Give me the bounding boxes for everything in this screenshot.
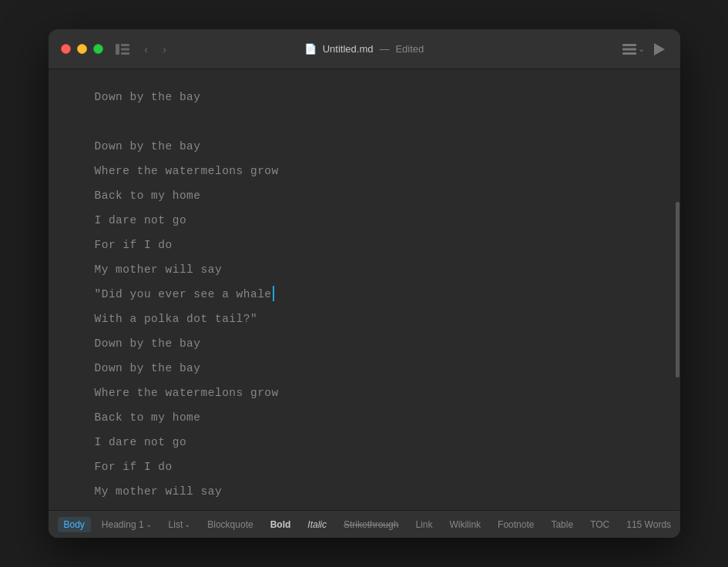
svg-marker-7	[654, 43, 665, 55]
statusbar: Body Heading 1 ⌄ List ⌄ Blockquote Bold …	[49, 510, 680, 538]
scrollbar-thumb[interactable]	[676, 202, 679, 378]
editor-line-15: I dare not go	[95, 430, 649, 455]
editor-line-3: Down by the bay	[95, 134, 649, 159]
blockquote-format-button[interactable]: Blockquote	[201, 517, 259, 532]
toolbar-right: ⌄	[622, 41, 668, 58]
list-label: List	[169, 519, 183, 530]
filename: Untitled.md	[323, 43, 374, 55]
list-format-button[interactable]: List ⌄	[163, 517, 197, 532]
scrollbar[interactable]	[674, 69, 680, 510]
link-format-button[interactable]: Link	[409, 517, 438, 532]
heading-chevron-icon: ⌄	[146, 520, 152, 528]
body-format-button[interactable]: Body	[58, 517, 91, 532]
list-chevron-icon: ⌄	[184, 520, 190, 528]
edited-label: Edited	[395, 43, 424, 55]
maximize-button[interactable]	[93, 44, 103, 54]
wikilink-format-button[interactable]: Wikilink	[443, 517, 487, 532]
editor-line-empty	[95, 109, 649, 134]
svg-rect-5	[622, 48, 636, 50]
editor-line-12: Down by the bay	[95, 356, 649, 381]
word-count[interactable]: 115 Words	[620, 517, 677, 532]
play-button[interactable]	[651, 41, 668, 58]
word-count-area: 115 Words ⌄	[620, 517, 679, 532]
text-cursor	[273, 286, 274, 301]
forward-arrow[interactable]: ›	[157, 42, 173, 57]
editor-line-4: Where the watermelons grow	[95, 159, 649, 183]
svg-rect-3	[121, 52, 129, 55]
title-area: 📄 Untitled.md — Edited	[304, 43, 424, 55]
editor-line-1: Down by the bay	[95, 85, 649, 109]
toc-format-button[interactable]: TOC	[584, 517, 616, 532]
close-button[interactable]	[61, 44, 71, 54]
editor-area[interactable]: Down by the bay Down by the bay Where th…	[49, 69, 680, 510]
editor-line-6: I dare not go	[95, 208, 649, 233]
table-format-button[interactable]: Table	[545, 517, 579, 532]
editor-line-13: Where the watermelons grow	[95, 381, 649, 405]
editor-line-16: For if I do	[95, 455, 649, 479]
editor-line-8: My mother will say	[95, 257, 649, 282]
bold-format-button[interactable]: Bold	[264, 517, 297, 532]
svg-rect-0	[116, 44, 119, 55]
editor-line-18: "Did	[95, 504, 649, 510]
chevron-down-icon: ⌄	[638, 44, 645, 54]
editor-content[interactable]: Down by the bay Down by the bay Where th…	[49, 69, 680, 510]
svg-rect-2	[121, 48, 129, 50]
back-arrow[interactable]: ‹	[139, 42, 154, 57]
heading-label: Heading 1	[102, 519, 144, 530]
editor-line-11: Down by the bay	[95, 331, 649, 356]
navigation-arrows: ‹ ›	[139, 42, 173, 57]
editor-line-14: Back to my home	[95, 405, 649, 430]
view-options-button[interactable]: ⌄	[622, 44, 645, 55]
svg-rect-6	[622, 52, 636, 55]
editor-line-10: With a polka dot tail?"	[95, 307, 649, 331]
svg-rect-1	[121, 44, 129, 46]
editor-line-5: Back to my home	[95, 183, 649, 208]
editor-line-17: My mother will say	[95, 479, 649, 504]
edited-badge: —	[379, 43, 389, 55]
heading-format-button[interactable]: Heading 1 ⌄	[96, 517, 158, 532]
sidebar-toggle-button[interactable]	[116, 44, 129, 55]
editor-line-9: "Did you ever see a whale	[95, 282, 649, 307]
traffic-lights	[61, 44, 103, 54]
titlebar: ‹ › 📄 Untitled.md — Edited ⌄	[49, 29, 680, 69]
minimize-button[interactable]	[77, 44, 87, 54]
italic-format-button[interactable]: Italic	[301, 517, 333, 532]
svg-rect-4	[622, 44, 636, 46]
file-icon: 📄	[304, 43, 317, 55]
editor-line-7: For if I do	[95, 233, 649, 257]
footnote-format-button[interactable]: Footnote	[491, 517, 540, 532]
strikethrough-format-button[interactable]: Strikethrough	[337, 517, 404, 532]
app-window: ‹ › 📄 Untitled.md — Edited ⌄	[49, 29, 680, 538]
